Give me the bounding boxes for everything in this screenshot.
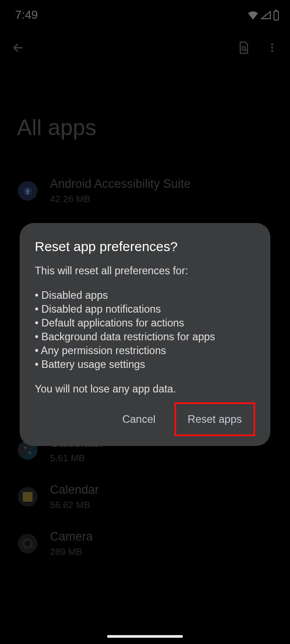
cancel-button[interactable]: Cancel xyxy=(116,408,162,431)
dialog-lead: This will reset all preferences for: xyxy=(35,264,255,278)
reset-dialog: Reset app preferences? This will reset a… xyxy=(20,223,270,446)
home-indicator[interactable] xyxy=(107,635,183,638)
dialog-bullet: Default applications for actions xyxy=(35,316,255,330)
reset-apps-button[interactable]: Reset apps xyxy=(182,408,248,431)
dialog-bullet: Background data restrictions for apps xyxy=(35,330,255,344)
dialog-bullet: Disabled app notifications xyxy=(35,302,255,316)
dialog-bullet: Disabled apps xyxy=(35,289,255,302)
dialog-bullet: Battery usage settings xyxy=(35,358,255,372)
dialog-bullet-list: Disabled apps Disabled app notifications… xyxy=(35,289,255,372)
dialog-tail: You will not lose any app data. xyxy=(35,382,255,396)
dialog-actions: Cancel Reset apps xyxy=(35,402,255,436)
dialog-bullet: Any permission restrictions xyxy=(35,344,255,358)
dialog-title: Reset app preferences? xyxy=(35,239,255,254)
dialog-body: This will reset all preferences for: Dis… xyxy=(35,264,255,396)
tutorial-highlight: Reset apps xyxy=(174,402,255,436)
